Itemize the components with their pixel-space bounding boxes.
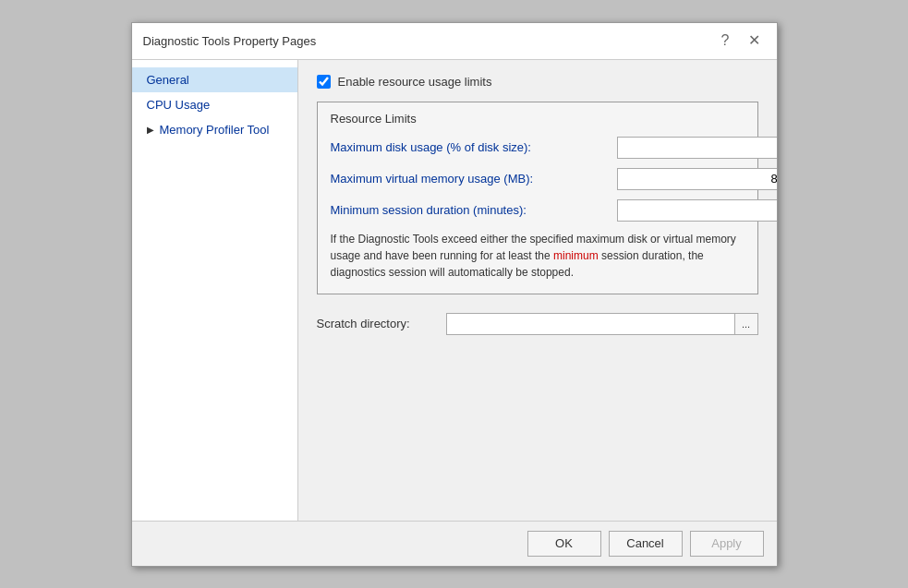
info-text: If the Diagnostic Tools exceed either th… [331,231,745,281]
browse-button[interactable]: ... [734,313,758,335]
ok-button[interactable]: OK [527,531,601,557]
resource-limits-group: Resource Limits Maximum disk usage (% of… [317,102,758,294]
min-session-input[interactable]: 5 [617,199,777,222]
max-disk-row: Maximum disk usage (% of disk size): 20 … [331,137,745,159]
sidebar-item-label: CPU Usage [147,98,211,112]
max-disk-label: Maximum disk usage (% of disk size): [331,140,617,154]
close-button[interactable]: ✕ [743,31,766,50]
info-text-highlight: minimum [553,249,599,262]
max-vmem-label: Maximum virtual memory usage (MB): [331,172,617,186]
max-vmem-row: Maximum virtual memory usage (MB): 8192 … [331,168,745,190]
title-bar: Diagnostic Tools Property Pages ? ✕ [132,23,777,60]
min-session-row: Minimum session duration (minutes): 5 ▲ … [331,199,745,222]
cancel-button[interactable]: Cancel [609,531,683,557]
scratch-label: Scratch directory: [317,317,446,330]
sidebar-item-general[interactable]: General [132,67,297,92]
max-vmem-input[interactable]: 8192 [617,168,777,190]
dialog-window: Diagnostic Tools Property Pages ? ✕ Gene… [131,22,778,567]
enable-checkbox[interactable] [317,75,331,89]
help-button[interactable]: ? [716,31,735,50]
sidebar: General CPU Usage ▶ Memory Profiler Tool [132,60,298,521]
enable-checkbox-row: Enable resource usage limits [317,75,758,89]
main-content: Enable resource usage limits Resource Li… [298,60,777,521]
scratch-row: Scratch directory: ... [317,313,758,335]
min-session-spinner: 5 ▲ ▼ [617,199,777,222]
resource-limits-title: Resource Limits [331,112,745,126]
enable-checkbox-label[interactable]: Enable resource usage limits [338,75,492,89]
max-vmem-spinner: 8192 ▲ ▼ [617,168,777,190]
sidebar-item-memory-profiler[interactable]: ▶ Memory Profiler Tool [132,117,297,142]
sidebar-item-cpu-usage[interactable]: CPU Usage [132,92,297,117]
max-disk-input[interactable]: 20 [617,137,777,159]
sidebar-item-label: Memory Profiler Tool [160,123,270,137]
min-session-label: Minimum session duration (minutes): [331,203,617,217]
dialog-footer: OK Cancel Apply [132,521,777,566]
title-bar-controls: ? ✕ [716,31,766,50]
dialog-title: Diagnostic Tools Property Pages [143,34,317,48]
dialog-body: General CPU Usage ▶ Memory Profiler Tool… [132,60,777,521]
scratch-input[interactable] [446,313,734,335]
max-disk-spinner: 20 ▲ ▼ [617,137,777,159]
sidebar-item-label: General [147,73,189,87]
expand-icon: ▶ [147,125,154,135]
apply-button[interactable]: Apply [690,531,764,557]
